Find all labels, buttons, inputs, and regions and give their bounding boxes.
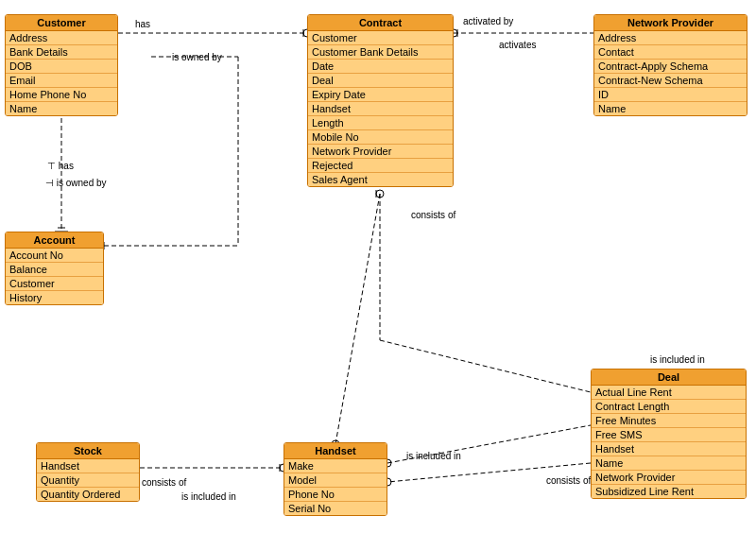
account-field-no: Account No (6, 249, 103, 263)
entity-handset-header: Handset (284, 443, 387, 459)
deal-field-contract-length: Contract Length (592, 400, 746, 414)
handset-field-make: Make (284, 459, 387, 473)
contract-field-rejected: Rejected (308, 159, 453, 173)
entity-contract: Contract Customer Customer Bank Details … (307, 14, 454, 187)
customer-field-email: Email (6, 74, 117, 88)
entity-handset: Handset Make Model Phone No Serial No (284, 442, 387, 516)
entity-deal-body: Actual Line Rent Contract Length Free Mi… (592, 386, 746, 498)
customer-field-bank-details: Bank Details (6, 45, 117, 60)
entity-network-provider: Network Provider Address Contact Contrac… (593, 14, 747, 116)
rel-consists-of-1: consists of (411, 210, 455, 220)
customer-field-dob: DOB (6, 60, 117, 74)
handset-field-serial: Serial No (284, 502, 387, 515)
stock-field-quantity-ordered: Quantity Ordered (37, 488, 139, 501)
account-field-balance: Balance (6, 263, 103, 277)
account-field-customer: Customer (6, 277, 103, 291)
stock-field-handset: Handset (37, 459, 139, 473)
entity-account-body: Account No Balance Customer History (6, 249, 103, 304)
entity-handset-body: Make Model Phone No Serial No (284, 459, 387, 515)
contract-field-date: Date (308, 60, 453, 74)
network-field-new-schema: Contract-New Schema (594, 74, 747, 88)
contract-field-customer: Customer (308, 31, 453, 45)
entity-deal-header: Deal (592, 370, 746, 386)
rel-has-2: ⊤ has (47, 161, 74, 171)
entity-customer-body: Address Bank Details DOB Email Home Phon… (6, 31, 117, 115)
entity-stock-header: Stock (37, 443, 139, 459)
rel-is-included-in-1: is included in (650, 354, 705, 365)
network-field-apply-schema: Contract-Apply Schema (594, 60, 747, 74)
customer-field-address: Address (6, 31, 117, 45)
handset-field-model: Model (284, 473, 387, 488)
rel-is-owned-by-1: is owned by (172, 52, 222, 62)
customer-field-name: Name (6, 102, 117, 115)
deal-field-handset: Handset (592, 442, 746, 456)
customer-field-home-phone: Home Phone No (6, 88, 117, 102)
entity-stock: Stock Handset Quantity Quantity Ordered (36, 442, 140, 502)
contract-field-customer-bank: Customer Bank Details (308, 45, 453, 60)
entity-account: Account Account No Balance Customer Hist… (5, 232, 104, 305)
rel-is-included-in-2: is included in (181, 491, 236, 502)
entity-network-header: Network Provider (594, 15, 747, 31)
diagram-canvas: has ⊤ has is owned by ⊣ is owned by acti… (0, 0, 756, 533)
contract-field-handset: Handset (308, 102, 453, 116)
rel-consists-of-2: consists of (142, 477, 186, 488)
entity-stock-body: Handset Quantity Quantity Ordered (37, 459, 139, 501)
contract-field-expiry: Expiry Date (308, 88, 453, 102)
entity-deal: Deal Actual Line Rent Contract Length Fr… (591, 369, 747, 499)
network-field-address: Address (594, 31, 747, 45)
entity-network-body: Address Contact Contract-Apply Schema Co… (594, 31, 747, 115)
rel-activated-by: activated by (463, 16, 513, 26)
rel-is-included-in-3: is included in (406, 451, 461, 461)
deal-field-free-sms: Free SMS (592, 428, 746, 442)
network-field-contact: Contact (594, 45, 747, 60)
rel-consists-of-3: consists of (546, 475, 591, 486)
rel-has: has (135, 19, 150, 29)
contract-field-deal: Deal (308, 74, 453, 88)
network-field-id: ID (594, 88, 747, 102)
entity-customer: Customer Address Bank Details DOB Email … (5, 14, 118, 116)
contract-field-length: Length (308, 116, 453, 130)
entity-customer-header: Customer (6, 15, 117, 31)
contract-field-mobile: Mobile No (308, 130, 453, 145)
rel-is-owned-by-2: ⊣ is owned by (45, 178, 107, 188)
deal-field-free-minutes: Free Minutes (592, 414, 746, 428)
stock-field-quantity: Quantity (37, 473, 139, 488)
deal-field-actual-rent: Actual Line Rent (592, 386, 746, 400)
svg-point-11 (376, 190, 384, 198)
account-field-history: History (6, 291, 103, 304)
network-field-name: Name (594, 102, 747, 115)
contract-field-sales: Sales Agent (308, 173, 453, 186)
deal-field-sub-rent: Subsidized Line Rent (592, 485, 746, 498)
entity-account-header: Account (6, 232, 103, 249)
contract-field-network: Network Provider (308, 145, 453, 159)
rel-activates: activates (499, 40, 536, 50)
svg-line-13 (335, 194, 380, 444)
entity-contract-body: Customer Customer Bank Details Date Deal… (308, 31, 453, 186)
deal-field-name: Name (592, 456, 746, 471)
entity-contract-header: Contract (308, 15, 453, 31)
deal-field-network: Network Provider (592, 471, 746, 485)
handset-field-phone: Phone No (284, 488, 387, 502)
svg-line-10 (380, 340, 591, 392)
